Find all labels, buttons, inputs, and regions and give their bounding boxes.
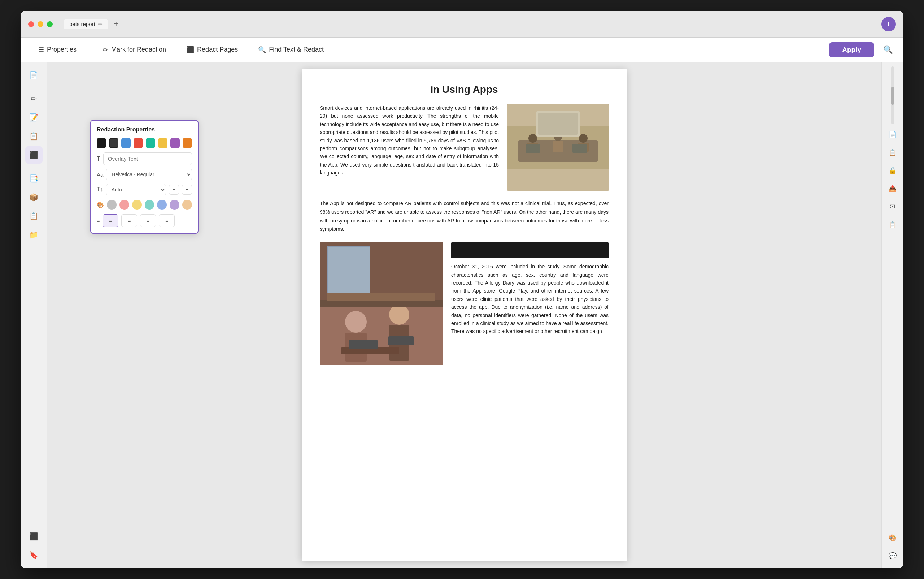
document-page: in Using Apps Smart devices and internet…	[302, 69, 627, 561]
redact-pages-button[interactable]: ⬛ Redact Pages	[176, 42, 248, 57]
align-center-button[interactable]: ≡	[121, 214, 137, 227]
color-black[interactable]	[97, 138, 106, 148]
close-button[interactable]	[28, 21, 34, 27]
right-sidebar-icon-pdf[interactable]: 📄	[885, 126, 901, 142]
current-tab[interactable]: pets report ✏	[64, 19, 108, 29]
svg-point-19	[389, 304, 409, 325]
redact-pages-icon: ⬛	[186, 46, 194, 54]
right-sidebar-icon-palette[interactable]: 🎨	[885, 530, 901, 546]
svg-point-5	[579, 134, 588, 143]
svg-rect-25	[327, 293, 435, 301]
tab-bar: pets report ✏ +	[64, 19, 121, 29]
right-sidebar-icon-convert[interactable]: 📋	[885, 217, 901, 232]
size-increase-button[interactable]: +	[182, 185, 192, 195]
search-icon: 🔍	[883, 45, 893, 54]
color-red[interactable]	[134, 138, 143, 148]
sidebar-icon-layers[interactable]: ⬛	[25, 528, 42, 545]
doc-section-2: October 31, 2016 were included in the st…	[320, 242, 609, 365]
sidebar-icon-protect[interactable]: 📁	[25, 226, 42, 244]
sidebar-icon-organize[interactable]: 📋	[25, 128, 42, 145]
find-text-icon: 🔍	[258, 46, 266, 54]
align-icon: ≡	[97, 218, 99, 224]
text-color-peach[interactable]	[182, 200, 192, 210]
align-left-button[interactable]: ≡	[103, 214, 118, 227]
sidebar-icon-annotate[interactable]: ✏	[25, 90, 42, 107]
text-color-teal[interactable]	[145, 200, 155, 210]
scrollbar[interactable]	[891, 67, 894, 124]
doc-paragraph-3: October 31, 2016 were included in the st…	[451, 263, 609, 335]
find-text-label: Find Text & Redact	[269, 46, 324, 54]
svg-point-3	[528, 134, 537, 143]
size-row: T↕ Auto − +	[97, 184, 192, 195]
sidebar-icon-edit[interactable]: 📝	[25, 109, 42, 126]
color-teal[interactable]	[146, 138, 155, 148]
doc-image-work	[320, 242, 443, 365]
color-orange[interactable]	[183, 138, 192, 148]
tab-title: pets report	[69, 21, 95, 27]
doc-paragraph-2: The App is not designed to compare AR pa…	[320, 200, 609, 234]
doc-lower-text-area: October 31, 2016 were included in the st…	[451, 242, 609, 365]
color-blue[interactable]	[121, 138, 130, 148]
scrollbar-thumb[interactable]	[891, 87, 894, 105]
mark-redaction-label: Mark for Redaction	[111, 46, 166, 54]
right-sidebar-icon-files[interactable]: 📋	[885, 144, 901, 160]
right-sidebar-icon-upload[interactable]: 📤	[885, 181, 901, 196]
sidebar-icon-compress[interactable]: 📦	[25, 188, 42, 206]
work-area-svg	[320, 242, 443, 365]
sidebar-icon-forms[interactable]: 📑	[25, 170, 42, 187]
sidebar-icon-bookmark[interactable]: 🔖	[25, 546, 42, 564]
align-justify-button[interactable]: ≡	[140, 214, 156, 227]
fullscreen-button[interactable]	[47, 21, 53, 27]
text-color-gray[interactable]	[107, 200, 117, 210]
redact-pages-label: Redact Pages	[197, 46, 238, 54]
panel-title: Redaction Properties	[97, 126, 192, 133]
mark-redaction-icon: ✏	[103, 46, 108, 54]
size-select[interactable]: Auto	[106, 184, 166, 195]
app-window: pets report ✏ + T ☰ Properties ✏ Mark fo…	[21, 11, 903, 568]
apply-button[interactable]: Apply	[829, 42, 874, 57]
svg-rect-24	[320, 300, 443, 307]
search-button[interactable]: 🔍	[880, 42, 896, 58]
sidebar-icon-document[interactable]: 📄	[25, 67, 42, 84]
doc-image-meeting	[507, 104, 609, 191]
right-sidebar-icon-lock[interactable]: 🔒	[885, 162, 901, 178]
color-purple[interactable]	[170, 138, 180, 148]
sidebar-icons: 📄 ✏ 📝 📋 ⬛ 📑 📦 📋 📁 ⬛ 🔖	[21, 62, 47, 568]
properties-icon: ☰	[38, 46, 44, 54]
sidebar-separator-1	[27, 87, 41, 87]
overlay-text-input[interactable]	[103, 152, 192, 165]
mark-for-redaction-button[interactable]: ✏ Mark for Redaction	[93, 42, 176, 57]
svg-rect-10	[538, 113, 578, 135]
size-decrease-button[interactable]: −	[169, 185, 179, 195]
sidebar-icon-redact[interactable]: ⬛	[25, 146, 42, 164]
properties-button[interactable]: ☰ Properties	[28, 42, 86, 57]
text-color-blue[interactable]	[157, 200, 167, 210]
svg-rect-11	[526, 144, 540, 153]
find-text-redact-button[interactable]: 🔍 Find Text & Redact	[248, 42, 334, 57]
traffic-lights	[28, 21, 53, 27]
text-color-yellow[interactable]	[132, 200, 142, 210]
titlebar: pets report ✏ + T	[21, 11, 903, 38]
font-select[interactable]: Helvetica · Regular	[106, 168, 192, 180]
minimize-button[interactable]	[37, 21, 43, 27]
color-yellow[interactable]	[158, 138, 168, 148]
right-sidebar: 📄 📋 🔒 📤 ✉ 📋 🎨 💬	[882, 62, 903, 568]
svg-rect-12	[572, 144, 587, 153]
align-right-button[interactable]: ≡	[159, 214, 175, 227]
text-color-pink[interactable]	[119, 200, 129, 210]
doc-title: in Using Apps	[320, 84, 609, 95]
redaction-properties-panel: Redaction Properties T	[90, 120, 199, 234]
toolbar: ☰ Properties ✏ Mark for Redaction ⬛ Reda…	[21, 38, 903, 62]
text-color-lavender[interactable]	[169, 200, 179, 210]
add-tab-button[interactable]: +	[111, 19, 121, 29]
overlay-text-row: T	[97, 152, 192, 165]
svg-point-17	[345, 311, 367, 333]
right-sidebar-icon-comment[interactable]: 💬	[885, 548, 901, 564]
color-dark-gray[interactable]	[109, 138, 118, 148]
text-color-row: 🎨	[97, 200, 192, 210]
font-icon: Aa	[97, 172, 103, 178]
doc-section-1: Smart devices and internet-based applica…	[320, 104, 609, 191]
svg-rect-23	[388, 336, 414, 345]
sidebar-icon-compare[interactable]: 📋	[25, 207, 42, 225]
right-sidebar-icon-email[interactable]: ✉	[885, 199, 901, 214]
